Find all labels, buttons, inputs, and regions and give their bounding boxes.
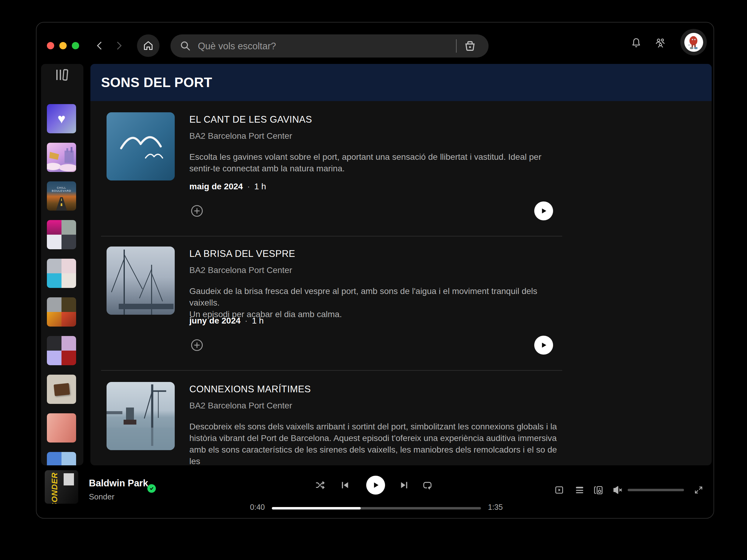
- heart-icon: ♥: [47, 104, 76, 133]
- check-icon: [149, 486, 154, 491]
- page-title: SONS DEL PORT: [101, 75, 212, 90]
- sidebar-item-playlist-castle[interactable]: [47, 143, 76, 172]
- chevron-left-icon: [94, 40, 105, 51]
- now-playing-artist[interactable]: Sonder: [89, 492, 114, 502]
- progress-fill: [272, 507, 361, 509]
- episode-date: maig de 2024: [189, 182, 243, 191]
- library-button[interactable]: [55, 69, 70, 81]
- episode-show[interactable]: BA2 Barcelona Port Center: [189, 265, 292, 275]
- mute-button[interactable]: [612, 484, 623, 496]
- avatar: [684, 33, 703, 52]
- episode-show[interactable]: BA2 Barcelona Port Center: [189, 401, 292, 410]
- episode-date: juny de 2024: [189, 316, 240, 325]
- episode-play-button[interactable]: [534, 202, 553, 220]
- episode-divider: [101, 370, 562, 371]
- dot-separator: ·: [245, 316, 248, 325]
- sidebar: ♥ CHILL BOULEVARD: [41, 64, 83, 465]
- album-art-window: [63, 473, 74, 485]
- sidebar-item-collage-5[interactable]: [47, 452, 76, 465]
- episode-play-button[interactable]: [534, 336, 553, 354]
- sidebar-item-collage-4[interactable]: [47, 336, 76, 365]
- downloaded-badge[interactable]: [147, 484, 156, 493]
- search-bar: [171, 34, 489, 57]
- brownie-photo: [54, 383, 70, 396]
- close-window-button[interactable]: [47, 42, 54, 49]
- episode-row[interactable]: LA BRISA DEL VESPRE BA2 Barcelona Port C…: [91, 246, 712, 370]
- queue-button[interactable]: [574, 484, 585, 496]
- repeat-button[interactable]: [422, 480, 433, 490]
- plus-circle-icon: [190, 339, 204, 352]
- shuffle-button[interactable]: [315, 480, 326, 490]
- episode-meta: juny de 2024·1 h: [189, 316, 264, 326]
- episode-title[interactable]: EL CANT DE LES GAVINAS: [189, 114, 312, 125]
- shuffle-icon: [315, 480, 326, 490]
- add-to-playlist-button[interactable]: [190, 204, 204, 218]
- episode-thumbnail-masts[interactable]: [106, 246, 175, 315]
- play-pause-button[interactable]: [366, 476, 385, 495]
- connect-device-button[interactable]: [593, 484, 604, 496]
- library-icon: [55, 69, 70, 81]
- friends-icon: [654, 37, 666, 49]
- now-playing-view-button[interactable]: [554, 484, 565, 496]
- sidebar-item-collage-2[interactable]: [47, 259, 76, 288]
- episode-description: Escolta les gavines volant sobre el port…: [189, 151, 564, 175]
- now-playing-album-art[interactable]: SONDER: [45, 470, 78, 504]
- volume-bar[interactable]: [628, 489, 684, 491]
- episode-duration: 1 h: [254, 182, 266, 191]
- spotify-window: ♥ CHILL BOULEVARD: [36, 22, 714, 518]
- search-divider: [456, 39, 457, 53]
- forward-button[interactable]: [113, 40, 124, 51]
- chevron-right-icon: [113, 40, 124, 51]
- back-button[interactable]: [94, 40, 105, 51]
- search-icon: [180, 40, 191, 52]
- elapsed-time: 0:40: [234, 503, 265, 512]
- dot-separator: ·: [247, 182, 250, 191]
- fullscreen-button[interactable]: [694, 485, 703, 495]
- home-button[interactable]: [137, 34, 159, 57]
- zoom-window-button[interactable]: [72, 42, 79, 49]
- page-header: SONS DEL PORT: [91, 64, 712, 101]
- bell-icon: [630, 37, 642, 49]
- album-art-text: SONDER: [50, 472, 59, 504]
- connect-device-icon: [593, 484, 604, 496]
- minimize-window-button[interactable]: [59, 42, 67, 49]
- play-icon: [540, 341, 548, 349]
- volume-muted-icon: [612, 484, 623, 496]
- episode-description: Descobreix els sons dels vaixells arriba…: [189, 421, 564, 465]
- play-icon: [371, 481, 380, 489]
- fullscreen-icon: [694, 485, 703, 495]
- sidebar-item-collage-3[interactable]: [47, 297, 76, 326]
- episode-description: Gaudeix de la brisa fresca del vespre al…: [189, 286, 564, 320]
- episode-thumbnail-port-crane[interactable]: [106, 382, 175, 450]
- sidebar-item-collage-1[interactable]: [47, 220, 76, 249]
- episode-thumbnail-seagulls[interactable]: [106, 112, 175, 181]
- add-to-playlist-button[interactable]: [190, 339, 204, 352]
- sidebar-item-chill-boulevard[interactable]: CHILL BOULEVARD: [47, 181, 76, 211]
- episode-row[interactable]: EL CANT DE LES GAVINAS BA2 Barcelona Por…: [91, 112, 712, 236]
- episode-show[interactable]: BA2 Barcelona Port Center: [189, 131, 292, 141]
- search-input[interactable]: [197, 34, 448, 58]
- account-menu-button[interactable]: [680, 29, 707, 55]
- total-time: 1:35: [488, 503, 503, 512]
- progress-bar[interactable]: [272, 507, 481, 509]
- browse-icon[interactable]: [463, 39, 477, 53]
- previous-button[interactable]: [339, 480, 350, 490]
- queue-icon: [574, 484, 585, 496]
- next-button[interactable]: [399, 480, 410, 490]
- next-icon: [399, 480, 410, 490]
- desktop: ♥ CHILL BOULEVARD: [0, 0, 747, 560]
- sidebar-item-pink-hair[interactable]: [47, 413, 76, 443]
- episode-row[interactable]: CONNEXIONS MARÍTIMES BA2 Barcelona Port …: [91, 382, 712, 465]
- friend-activity-button[interactable]: [654, 37, 666, 49]
- repeat-icon: [422, 480, 433, 490]
- episode-meta: maig de 2024·1 h: [189, 182, 266, 191]
- previous-icon: [339, 480, 350, 490]
- episode-title[interactable]: LA BRISA DEL VESPRE: [189, 248, 295, 259]
- sidebar-item-liked-songs[interactable]: ♥: [47, 104, 76, 133]
- avatar-character: [684, 33, 703, 52]
- episode-title[interactable]: CONNEXIONS MARÍTIMES: [189, 384, 311, 395]
- notifications-button[interactable]: [630, 37, 642, 49]
- main-content: SONS DEL PORT EL CANT DE LES GAVINAS BA2…: [91, 64, 712, 465]
- now-playing-track[interactable]: Baldwin Park: [89, 478, 148, 489]
- sidebar-item-brownie[interactable]: [47, 375, 76, 404]
